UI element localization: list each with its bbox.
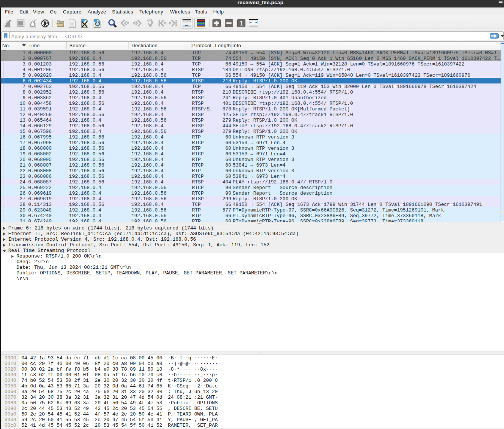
svg-text:0111: 0111: [70, 26, 74, 28]
svg-text:1: 1: [240, 20, 243, 27]
